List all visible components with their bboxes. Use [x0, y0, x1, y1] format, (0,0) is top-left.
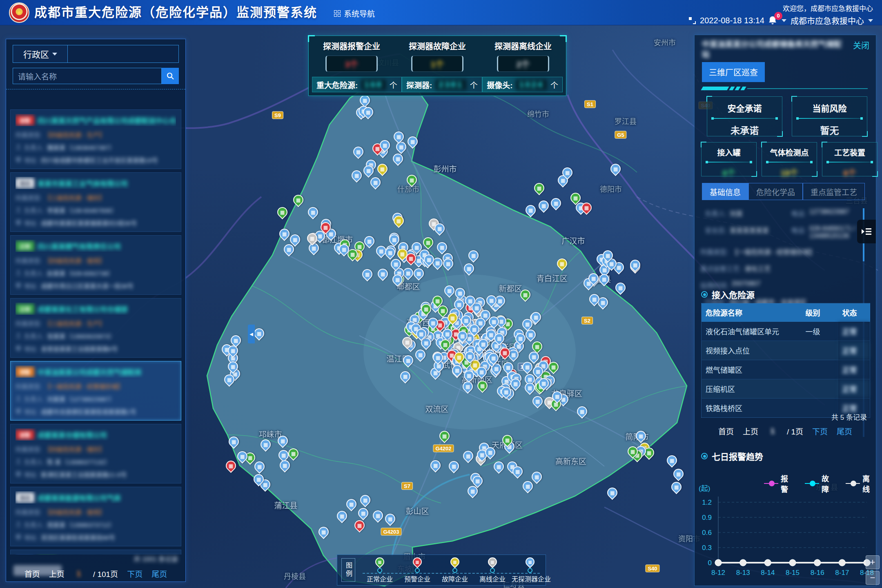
hazard-name-cell: 视频接入点位 [702, 341, 802, 360]
region-value-input[interactable] [68, 45, 179, 63]
zoom-in-button[interactable]: + [866, 555, 880, 569]
total-counters: 重大危险源:168个探测器:2381个摄像头:1024个 [309, 72, 566, 92]
pagination-next[interactable]: 下页 [812, 425, 828, 437]
close-panel-link[interactable]: 关闭 [853, 39, 869, 51]
chevron-down-icon[interactable] [782, 19, 786, 22]
company-address-line: 地址:新津区某某工业园某某路21-9号 [16, 470, 176, 479]
company-list-item[interactable]: 正常四川某某燃气有限责任公司所属类型:【四级危险源 - 使用】负责人:赵某某（0… [10, 235, 181, 295]
pagination-page-number[interactable]: 1 [767, 427, 778, 436]
welcome-text: 欢迎您，成都市应急救援中心 [783, 3, 873, 13]
hazard-col-header: 状态 [838, 303, 870, 322]
legend-pin-icon [373, 555, 386, 568]
patrol-3d-button[interactable]: 三维厂区巡查 [702, 62, 765, 82]
company-list-item[interactable]: 离线某某市某某工业气体有限公司所属类型:【三级危险源 - 储存】负责人:李某某（… [10, 172, 181, 232]
company-name: 成都某某能源有限公司气库 [38, 492, 121, 503]
person-icon [16, 207, 21, 213]
pagination-first[interactable]: 首页 [24, 568, 40, 579]
facility-stat-box: 工艺装置6个 [822, 142, 878, 176]
counter-label: 重大危险源: [316, 79, 358, 90]
map-legend-panel: 图例 正常企业预警企业故障企业离线企业无探测器企业 [337, 555, 546, 586]
section-bullet-icon [701, 291, 708, 298]
current-risk-value: 暂无 [792, 123, 867, 137]
company-type-line: 所属类型:【四级危险源 - 使用】 [16, 507, 176, 516]
system-nav-button[interactable]: 系统导航 [334, 8, 375, 19]
legend-item-label: 预警企业 [399, 574, 436, 584]
legend-pin-icon [411, 555, 423, 568]
counter-unit: 个 [550, 79, 558, 90]
map-legend-title: 图例 [341, 558, 355, 582]
company-address-line: 地址:成都市龙泉驿区某某街道某某路1号 [16, 407, 176, 416]
region-dropdown[interactable]: 行政区 [13, 45, 68, 63]
company-address-line: 地址:金堂县某某工业园某某路6号 [16, 344, 176, 353]
info-field: 所属类型:【一级危险源 - 经营储存域】 [700, 247, 860, 256]
panel-expand-button[interactable] [857, 220, 876, 243]
company-list-item[interactable]: 正常成都某某化工有限公司仓储部所属类型:【三级危险源 - 生产】负责人:张某某（… [10, 298, 181, 358]
legend-node-icon [490, 568, 495, 573]
company-detail-panel: 中某油某某分公司成都储备库天然气储配站 关闭 三维厂区巡查 安全承诺 未承诺 当… [694, 35, 876, 586]
tab-基础信息[interactable]: 基础信息 [702, 183, 748, 200]
search-input[interactable]: 请输入名称 [13, 68, 162, 84]
counter-value: 168 [361, 79, 386, 90]
company-name: 四川某某天然气产品有限公司成都配送中心仓库 [38, 115, 176, 125]
location-icon [16, 157, 21, 163]
chevron-down-icon[interactable] [868, 19, 873, 22]
trend-chart: (起)00.30.60.91.28-128-138-148-158-168-17… [695, 481, 875, 583]
sidebar-pagination: 首页上页1/ 101页下页尾页 [6, 568, 185, 579]
table-row[interactable]: 燃气储罐区正常 [702, 360, 870, 379]
pagination-prev[interactable]: 上页 [743, 425, 758, 437]
svg-text:0.3: 0.3 [702, 544, 712, 552]
zoom-out-button[interactable]: − [866, 571, 880, 585]
panel-record-total: 共 5 条记录 [831, 412, 867, 422]
sidebar-collapse-arrow[interactable]: ◀ [248, 325, 255, 343]
section-bullet-icon [701, 453, 708, 459]
system-nav-label: 系统导航 [344, 8, 375, 19]
info-field: 电话:12738623987 [780, 208, 860, 218]
facility-stat-title: 气体检测点 [762, 147, 817, 158]
tab-重点监管工艺[interactable]: 重点监管工艺 [803, 183, 865, 200]
legend-item-label: 正常企业 [361, 574, 398, 584]
person-icon [16, 459, 21, 464]
counter-value: 2381 [435, 79, 467, 90]
legend-pin-icon [448, 555, 461, 568]
legend-item-故障企业: 故障企业 [437, 557, 473, 584]
stat-card-value: 1个 [431, 58, 444, 70]
company-address-line: 地址:双流区某某街道某某段88号 [16, 532, 176, 541]
company-list-item[interactable]: 预警中某油某某公司成都天然气储配库所属类型:【一级危险源 - 经营储存域】负责人… [10, 361, 181, 421]
table-row[interactable]: 视频接入点位正常 [702, 341, 870, 360]
pagination-next[interactable]: 下页 [127, 568, 143, 579]
stat-card-value-box: 2个 [497, 56, 549, 72]
pagination-prev[interactable]: 上页 [49, 568, 65, 579]
info-row: 安全员:某某某某某某电话:028-84890171 / 13488520136 [700, 225, 860, 240]
notification-bell[interactable]: 0 [768, 16, 777, 26]
stat-card-value-box: 3个 [325, 56, 378, 72]
tab-危险化学品[interactable]: 危险化学品 [748, 183, 803, 200]
company-type-line: 所属类型:【四级危险源 - 储存】 [16, 444, 176, 453]
org-name[interactable]: 成都市应急救援中心 [791, 15, 864, 27]
legend-item-预警企业: 预警企业 [399, 557, 436, 584]
company-contact-line: 负责人:李某某（139-83467836） [16, 205, 176, 214]
svg-text:8-14: 8-14 [761, 569, 775, 577]
counter-label: 摄像头: [487, 79, 512, 90]
pagination-page-number[interactable]: 1 [74, 569, 84, 578]
location-icon [16, 471, 21, 477]
pagination-last[interactable]: 尾页 [151, 568, 167, 579]
table-row[interactable]: 压缩机区正常 [702, 379, 870, 399]
facility-stat-value: 19个 [762, 167, 817, 178]
facility-stat-title: 工艺装置 [822, 147, 877, 158]
company-list-item[interactable]: 报警四川某某天然气产品有限公司成都配送中心仓库所属类型:【四级危险源 - 生产】… [10, 109, 181, 169]
hazard-name-cell: 压缩机区 [702, 379, 802, 399]
search-button[interactable] [162, 68, 179, 84]
company-contact-line: 负责人:周某某（13986373712） [16, 520, 176, 529]
datetime-text: 2022-08-18 13:14 [700, 16, 764, 25]
company-list-item[interactable]: 报警成都某某仓储有限公司所属类型:【四级危险源 - 储存】负责人:陈 某（130… [10, 424, 181, 483]
fullscreen-icon[interactable] [689, 17, 696, 24]
pagination-first[interactable]: 首页 [718, 425, 734, 437]
pagination-last[interactable]: 尾页 [837, 425, 852, 437]
company-list-item[interactable]: 离线成都某某能源有限公司气库所属类型:【四级危险源 - 使用】负责人:周某某（1… [10, 487, 181, 546]
person-icon [16, 333, 21, 339]
table-row[interactable]: 液化石油气储罐区单元一级正常 [702, 322, 870, 341]
svg-text:8-12: 8-12 [711, 569, 725, 577]
svg-text:8-13: 8-13 [736, 569, 750, 577]
person-icon [16, 396, 21, 401]
company-list: 报警四川某某天然气产品有限公司成都配送中心仓库所属类型:【四级危险源 - 生产】… [10, 109, 181, 555]
